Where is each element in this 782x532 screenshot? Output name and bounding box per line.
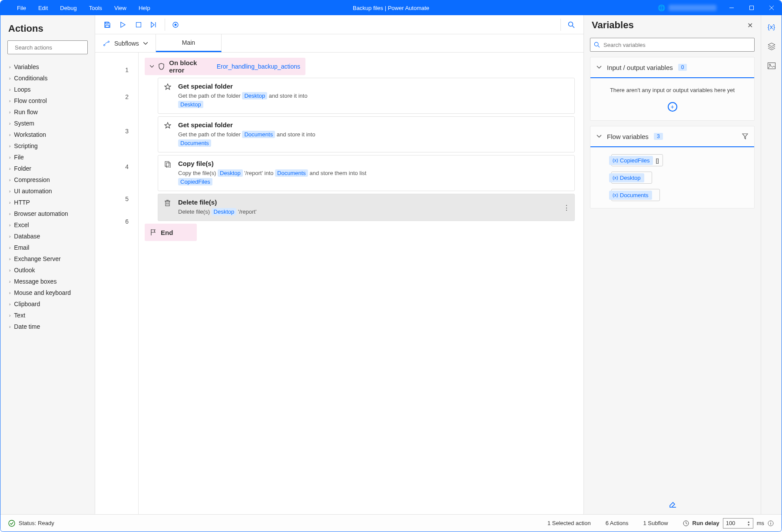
menu-debug[interactable]: Debug bbox=[54, 1, 83, 15]
subflows-dropdown[interactable]: Subflows bbox=[95, 34, 156, 52]
io-variables-section: Input / output variables 0 There aren't … bbox=[590, 57, 755, 121]
svg-line-15 bbox=[573, 26, 575, 28]
category-run-flow[interactable]: ›Run flow bbox=[0, 106, 95, 118]
variables-search[interactable] bbox=[590, 38, 755, 52]
variables-tab-icon[interactable]: {x} bbox=[768, 23, 775, 30]
flow-variables-header[interactable]: Flow variables 3 bbox=[590, 126, 754, 147]
category-exchange-server[interactable]: ›Exchange Server bbox=[0, 253, 95, 264]
search-flow-button[interactable] bbox=[564, 18, 578, 32]
variables-search-input[interactable] bbox=[603, 42, 751, 48]
step-card[interactable]: Delete file(s)Delete file(s) Desktop '/r… bbox=[158, 194, 575, 221]
svg-rect-9 bbox=[136, 22, 141, 27]
step-card[interactable]: Get special folderGet the path of the fo… bbox=[158, 78, 575, 114]
status-selected: 1 Selected action bbox=[547, 520, 591, 526]
flow-count-badge: 3 bbox=[654, 133, 663, 140]
account-label bbox=[669, 5, 716, 11]
category-folder[interactable]: ›Folder bbox=[0, 163, 95, 174]
category-system[interactable]: ›System bbox=[0, 118, 95, 129]
svg-marker-18 bbox=[165, 84, 171, 89]
line-number: 4 bbox=[95, 149, 138, 185]
menu-tools[interactable]: Tools bbox=[83, 1, 108, 15]
chevron-right-icon: › bbox=[9, 87, 10, 92]
step-card[interactable]: Copy file(s)Copy the file(s) Desktop '/r… bbox=[158, 155, 575, 191]
run-delay-label: Run delay bbox=[693, 520, 719, 526]
status-ready: Status: Ready bbox=[19, 520, 54, 526]
step-card[interactable]: Get special folderGet the path of the fo… bbox=[158, 116, 575, 152]
category-date-time[interactable]: ›Date time bbox=[0, 321, 95, 332]
menu-help[interactable]: Help bbox=[133, 1, 156, 15]
run-delay-input[interactable]: 100 ▲ ▼ bbox=[723, 518, 753, 529]
flow-variable-desktop[interactable]: (x) Desktop bbox=[611, 172, 652, 184]
maximize-button[interactable] bbox=[742, 0, 762, 15]
category-file[interactable]: ›File bbox=[0, 152, 95, 163]
image-icon[interactable] bbox=[768, 63, 775, 69]
layers-icon[interactable] bbox=[768, 43, 775, 50]
menu-view[interactable]: View bbox=[108, 1, 133, 15]
flow-variable-documents[interactable]: (x) Documents bbox=[611, 189, 660, 201]
category-clipboard[interactable]: ›Clipboard bbox=[0, 298, 95, 310]
stepper-down-icon[interactable]: ▼ bbox=[747, 523, 750, 526]
category-mouse-and-keyboard[interactable]: ›Mouse and keyboard bbox=[0, 287, 95, 298]
svg-rect-20 bbox=[165, 162, 169, 166]
chevron-right-icon: › bbox=[9, 302, 10, 307]
category-text[interactable]: ›Text bbox=[0, 310, 95, 321]
category-ui-automation[interactable]: ›UI automation bbox=[0, 185, 95, 197]
filter-icon[interactable] bbox=[742, 133, 748, 139]
actions-panel: Actions ›Variables›Conditionals›Loops›Fl… bbox=[0, 15, 95, 514]
category-loops[interactable]: ›Loops bbox=[0, 84, 95, 95]
category-http[interactable]: ›HTTP bbox=[0, 197, 95, 208]
close-variables-button[interactable]: ✕ bbox=[747, 21, 753, 30]
category-outlook[interactable]: ›Outlook bbox=[0, 264, 95, 276]
menu-edit[interactable]: Edit bbox=[32, 1, 54, 15]
step-on-block-error[interactable]: On block errorEror_handling_backup_actio… bbox=[145, 58, 305, 75]
more-icon[interactable]: ⋮ bbox=[563, 203, 570, 211]
window-title: Backup files | Power Automate bbox=[353, 5, 429, 11]
category-scripting[interactable]: ›Scripting bbox=[0, 140, 95, 152]
chevron-right-icon: › bbox=[9, 189, 10, 194]
category-message-boxes[interactable]: ›Message boxes bbox=[0, 276, 95, 287]
category-compression[interactable]: ›Compression bbox=[0, 174, 95, 185]
category-browser-automation[interactable]: ›Browser automation bbox=[0, 208, 95, 219]
io-variables-header[interactable]: Input / output variables 0 bbox=[590, 57, 754, 78]
tab-main[interactable]: Main bbox=[156, 34, 222, 52]
category-excel[interactable]: ›Excel bbox=[0, 219, 95, 231]
flow-variable-copiedfiles[interactable]: (x) CopiedFiles[] bbox=[611, 154, 663, 166]
trash-icon bbox=[164, 199, 172, 206]
category-conditionals[interactable]: ›Conditionals bbox=[0, 73, 95, 84]
stepper-up-icon[interactable]: ▲ bbox=[747, 520, 750, 523]
chevron-right-icon: › bbox=[9, 291, 10, 295]
record-button[interactable] bbox=[169, 18, 182, 32]
add-io-variable-button[interactable]: + bbox=[668, 102, 677, 112]
chevron-right-icon: › bbox=[9, 279, 10, 284]
svg-point-28 bbox=[594, 42, 598, 46]
step-button[interactable] bbox=[147, 18, 161, 32]
save-button[interactable] bbox=[100, 18, 114, 32]
category-database[interactable]: ›Database bbox=[0, 231, 95, 242]
actions-tree: ›Variables›Conditionals›Loops›Flow contr… bbox=[0, 59, 95, 514]
side-ribbon: {x} bbox=[761, 15, 782, 514]
flag-icon bbox=[150, 229, 156, 236]
svg-rect-6 bbox=[106, 22, 108, 24]
run-button[interactable] bbox=[116, 18, 130, 32]
info-icon[interactable] bbox=[768, 520, 774, 526]
actions-search-input[interactable] bbox=[15, 44, 88, 51]
step-end[interactable]: End bbox=[145, 224, 197, 241]
category-variables[interactable]: ›Variables bbox=[0, 61, 95, 73]
actions-search[interactable] bbox=[7, 40, 88, 54]
ms-label: ms bbox=[757, 520, 764, 526]
category-email[interactable]: ›Email bbox=[0, 242, 95, 253]
category-workstation[interactable]: ›Workstation bbox=[0, 129, 95, 140]
account-area[interactable]: 🌐 bbox=[658, 4, 716, 11]
line-number: 5 bbox=[95, 185, 138, 213]
clear-variables-button[interactable] bbox=[666, 498, 679, 510]
minimize-button[interactable] bbox=[722, 0, 742, 15]
menu-file[interactable]: File bbox=[11, 1, 32, 15]
stop-button[interactable] bbox=[132, 18, 146, 32]
svg-marker-8 bbox=[121, 22, 125, 27]
close-button[interactable] bbox=[762, 0, 782, 15]
line-number: 1 bbox=[95, 60, 138, 80]
status-bar: Status: Ready 1 Selected action 6 Action… bbox=[0, 514, 782, 532]
svg-point-14 bbox=[569, 22, 573, 26]
chevron-right-icon: › bbox=[9, 200, 10, 205]
category-flow-control[interactable]: ›Flow control bbox=[0, 95, 95, 106]
